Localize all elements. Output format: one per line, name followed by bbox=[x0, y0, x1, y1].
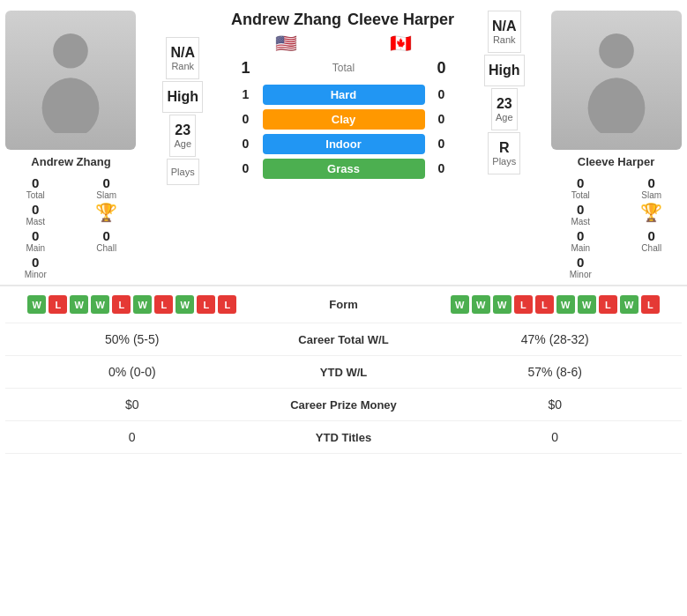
left-player-name-center: Andrew Zhang bbox=[231, 11, 341, 29]
loss-badge: L bbox=[535, 295, 554, 314]
clay-row: 0 Clay 0 bbox=[229, 109, 459, 130]
stat-right-0: 47% (28-32) bbox=[432, 332, 679, 346]
grass-score-left: 0 bbox=[229, 161, 263, 175]
right-high-box: High bbox=[484, 55, 525, 86]
form-row: WLWWLWLWLL Form WWWLLWWLWL bbox=[5, 286, 682, 323]
stat-row-3: 0 YTD Titles 0 bbox=[5, 421, 682, 454]
stat-right-3: 0 bbox=[432, 430, 679, 444]
left-flag: 🇺🇸 bbox=[275, 33, 297, 54]
right-trophy-icon-cell: 🏆 bbox=[622, 202, 682, 226]
left-age-box: 23 Age bbox=[169, 115, 196, 157]
win-badge: W bbox=[175, 295, 194, 314]
left-stat-minor: 0 Minor bbox=[5, 255, 65, 279]
left-trophy-icon: 🏆 bbox=[95, 202, 117, 223]
left-avatar bbox=[5, 11, 136, 150]
win-badge: W bbox=[451, 295, 469, 314]
indoor-score-left: 0 bbox=[229, 137, 263, 151]
right-stat-minor: 0 Minor bbox=[550, 255, 610, 279]
stat-right-1: 57% (8-6) bbox=[432, 365, 679, 379]
stat-left-3: 0 bbox=[9, 430, 256, 444]
right-form-badges: WWWLLWWLWL bbox=[432, 295, 679, 314]
total-scores-row: 1 Total 0 bbox=[229, 59, 459, 78]
win-badge: W bbox=[493, 295, 512, 314]
right-stats-grid: 0 Total 0 Slam 0 Mast 🏆 0 Main bbox=[550, 175, 682, 279]
form-right-badges: WWWLLWWLWL bbox=[432, 295, 679, 314]
stat-left-2: $0 bbox=[9, 397, 256, 412]
form-left-badges: WLWWLWLWLL bbox=[9, 295, 256, 314]
indoor-score-right: 0 bbox=[425, 137, 459, 151]
surface-rows: 1 Hard 0 0 Clay 0 0 Indoor 0 0 Grass bbox=[229, 85, 459, 179]
win-badge: W bbox=[620, 295, 638, 314]
names-flags-row: Andrew Zhang 🇺🇸 Cleeve Harper 🇨🇦 bbox=[229, 11, 459, 54]
stat-right-2: $0 bbox=[432, 397, 679, 412]
win-badge: W bbox=[133, 295, 152, 314]
stat-label-0: Career Total W/L bbox=[256, 333, 432, 346]
left-info-boxes: N/A Rank High 23 Age Plays bbox=[138, 11, 228, 279]
loss-badge: L bbox=[218, 295, 236, 314]
left-form-badges: WLWWLWLWLL bbox=[9, 295, 256, 314]
svg-point-3 bbox=[587, 78, 645, 133]
main-container: Andrew Zhang 0 Total 0 Slam 0 Mast 🏆 bbox=[0, 0, 687, 454]
right-player-name-center: Cleeve Harper bbox=[347, 11, 454, 29]
win-badge: W bbox=[91, 295, 109, 314]
right-rank-box: N/A Rank bbox=[488, 11, 521, 53]
right-stat-mast: 0 Mast bbox=[550, 202, 610, 226]
svg-point-1 bbox=[42, 78, 100, 133]
top-area: Andrew Zhang 0 Total 0 Slam 0 Mast 🏆 bbox=[0, 0, 687, 285]
right-plays-box: R Plays bbox=[488, 132, 520, 174]
loss-badge: L bbox=[49, 295, 67, 314]
clay-badge: Clay bbox=[263, 109, 425, 130]
center-col: Andrew Zhang 🇺🇸 Cleeve Harper 🇨🇦 1 Total… bbox=[229, 11, 459, 279]
left-rank-box: N/A Rank bbox=[166, 37, 199, 79]
win-badge: W bbox=[27, 295, 46, 314]
stat-left-1: 0% (0-0) bbox=[9, 365, 256, 379]
stat-label-1: YTD W/L bbox=[256, 366, 432, 379]
win-badge: W bbox=[70, 295, 88, 314]
stat-left-0: 50% (5-5) bbox=[9, 332, 256, 346]
loss-badge: L bbox=[197, 295, 215, 314]
total-score-left: 1 bbox=[229, 59, 263, 78]
clay-score-left: 0 bbox=[229, 112, 263, 126]
left-player-avatar-col: Andrew Zhang 0 Total 0 Slam 0 Mast 🏆 bbox=[5, 11, 137, 279]
left-stat-total: 0 Total bbox=[5, 175, 65, 200]
svg-point-2 bbox=[599, 33, 634, 69]
right-stat-slam: 0 Slam bbox=[622, 175, 682, 200]
stat-row-0: 50% (5-5) Career Total W/L 47% (28-32) bbox=[5, 323, 682, 356]
right-trophy-icon: 🏆 bbox=[640, 202, 662, 223]
loss-badge: L bbox=[112, 295, 131, 314]
stat-label-2: Career Prize Money bbox=[256, 398, 432, 412]
hard-badge: Hard bbox=[263, 85, 425, 105]
left-player-silhouette bbox=[31, 27, 110, 133]
left-stat-mast: 0 Mast bbox=[5, 202, 65, 226]
right-player-name: Cleeve Harper bbox=[578, 155, 654, 168]
stat-row-2: $0 Career Prize Money $0 bbox=[5, 389, 682, 421]
indoor-badge: Indoor bbox=[263, 134, 425, 154]
bottom-section: WLWWLWLWLL Form WWWLLWWLWL 50% (5-5) Car… bbox=[0, 285, 687, 454]
loss-badge: L bbox=[154, 295, 173, 314]
grass-row: 0 Grass 0 bbox=[229, 159, 459, 179]
left-stat-chall: 0 Chall bbox=[76, 228, 136, 253]
right-stat-chall: 0 Chall bbox=[622, 228, 682, 253]
total-score-label: Total bbox=[263, 62, 425, 74]
win-badge: W bbox=[578, 295, 596, 314]
right-flag: 🇨🇦 bbox=[390, 33, 412, 54]
right-age-box: 23 Age bbox=[491, 88, 518, 130]
stat-label-3: YTD Titles bbox=[256, 431, 432, 444]
left-name-block: Andrew Zhang 🇺🇸 bbox=[229, 11, 344, 54]
right-stat-main: 0 Main bbox=[550, 228, 610, 253]
left-high-box: High bbox=[162, 81, 203, 113]
bottom-stats-rows: 50% (5-5) Career Total W/L 47% (28-32) 0… bbox=[5, 323, 682, 454]
hard-score-left: 1 bbox=[229, 87, 263, 101]
grass-badge: Grass bbox=[263, 159, 425, 179]
loss-badge: L bbox=[599, 295, 617, 314]
right-player-silhouette bbox=[577, 27, 656, 133]
hard-row: 1 Hard 0 bbox=[229, 85, 459, 105]
win-badge: W bbox=[556, 295, 575, 314]
svg-point-0 bbox=[54, 33, 89, 69]
left-stats-grid: 0 Total 0 Slam 0 Mast 🏆 0 Main bbox=[5, 175, 137, 279]
form-label: Form bbox=[256, 298, 432, 311]
loss-badge: L bbox=[514, 295, 533, 314]
grass-score-right: 0 bbox=[425, 161, 459, 175]
right-stat-total: 0 Total bbox=[550, 175, 610, 200]
right-name-block: Cleeve Harper 🇨🇦 bbox=[344, 11, 459, 54]
